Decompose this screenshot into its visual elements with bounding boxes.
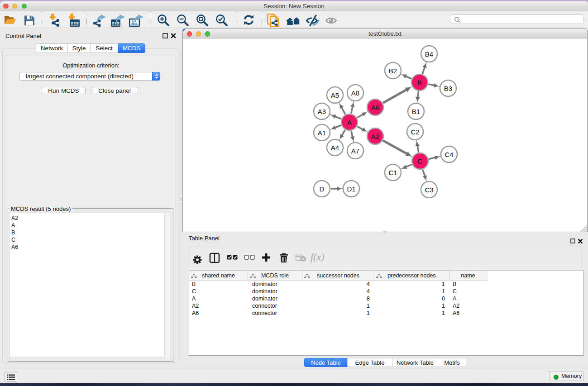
- svg-text:C: C: [418, 157, 423, 165]
- svg-text:A3: A3: [318, 108, 326, 115]
- svg-text:B2: B2: [389, 67, 397, 75]
- svg-text:A6: A6: [371, 104, 379, 111]
- svg-text:B4: B4: [425, 50, 433, 58]
- svg-text:C3: C3: [425, 186, 433, 194]
- svg-text:B: B: [417, 79, 422, 86]
- svg-text:D1: D1: [347, 185, 355, 193]
- svg-text:A7: A7: [351, 147, 359, 155]
- svg-text:C4: C4: [445, 151, 453, 158]
- svg-text:B3: B3: [444, 85, 452, 92]
- svg-text:C2: C2: [411, 128, 419, 136]
- svg-text:C1: C1: [388, 169, 397, 176]
- svg-text:A: A: [347, 119, 352, 126]
- svg-text:B1: B1: [412, 108, 420, 115]
- svg-text:A4: A4: [331, 144, 339, 152]
- svg-text:A1: A1: [318, 129, 326, 137]
- svg-text:A2: A2: [371, 133, 379, 140]
- svg-text:A5: A5: [331, 91, 339, 99]
- svg-text:D: D: [320, 185, 325, 193]
- svg-text:A8: A8: [351, 89, 359, 97]
